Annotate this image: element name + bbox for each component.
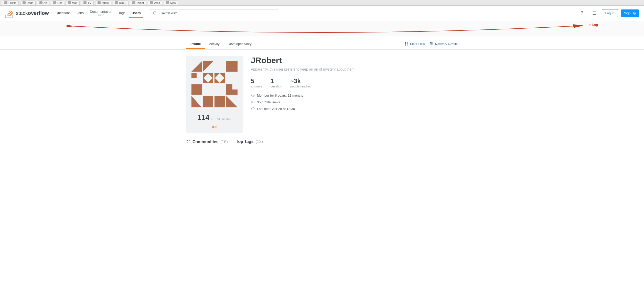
network-profile-icon <box>430 42 434 46</box>
avatar-card: 114 REPUTATION 6 <box>186 56 243 133</box>
network-profile-link[interactable]: Network Profile <box>430 42 458 46</box>
browser-tab-drl2[interactable]: DRL2 <box>113 1 128 5</box>
member-since-text: Member for 6 years, 11 months <box>257 94 303 97</box>
svg-rect-27 <box>203 84 213 95</box>
search-bar <box>150 9 278 17</box>
user-bio: Apparently, this user prefers to keep an… <box>251 67 458 71</box>
svg-rect-10 <box>430 43 431 44</box>
profile-views-text: 35 profile views <box>257 100 280 104</box>
bronze-dot <box>212 126 214 128</box>
user-name: JRobert <box>251 56 458 65</box>
browser-tab-bar: Profile Dogs Art Ref Map TV Audio DRL2 T… <box>0 0 644 6</box>
browser-tab-dogs[interactable]: Dogs <box>20 1 36 5</box>
communities-count: (16) <box>220 140 228 144</box>
tab-favicon <box>83 1 87 4</box>
svg-rect-12 <box>432 43 433 44</box>
svg-rect-44 <box>189 140 190 141</box>
communities-section: Communities (16) <box>186 139 228 148</box>
browser-tab-tablet[interactable]: Tablet <box>130 1 146 5</box>
svg-rect-28 <box>214 84 225 95</box>
main-navbar: stackoverflow Questions Jobs Documentati… <box>0 6 644 21</box>
stat-people-reached: ~3k people reached <box>290 77 312 88</box>
eye-icon <box>251 100 255 104</box>
people-reached-label: people reached <box>290 85 312 88</box>
log-in-button[interactable]: Log In <box>602 9 618 17</box>
top-tags-title: Top Tags (13) <box>236 139 263 144</box>
browser-tab-audio[interactable]: Audio <box>95 1 111 5</box>
hamburger-menu-button[interactable]: ☰ <box>590 9 599 18</box>
svg-rect-7 <box>430 42 431 43</box>
so-brand-logo[interactable]: stackoverflow <box>5 8 49 18</box>
browser-tab-mac[interactable]: Mac <box>164 1 178 5</box>
profile-tabs-row: Profile Activity Developer Story Meta Us… <box>186 36 458 49</box>
svg-rect-11 <box>431 43 432 44</box>
search-input[interactable] <box>150 9 278 17</box>
tab-favicon <box>39 1 42 4</box>
tab-developer-story[interactable]: Developer Story <box>224 39 256 49</box>
svg-rect-45 <box>187 142 188 143</box>
browser-tab-tv[interactable]: TV <box>81 1 93 5</box>
hamburger-icon: ☰ <box>592 10 596 16</box>
svg-marker-1 <box>571 25 578 27</box>
svg-marker-0 <box>67 25 74 27</box>
nav-jobs[interactable]: Jobs <box>74 9 86 18</box>
browser-tab-profile[interactable]: Profile <box>2 1 19 5</box>
tab-activity[interactable]: Activity <box>205 39 223 49</box>
tab-favicon <box>98 1 101 4</box>
communities-icon <box>186 139 190 144</box>
meta-user-label: Meta User <box>410 42 425 46</box>
svg-rect-43 <box>187 140 188 141</box>
tab-profile[interactable]: Profile <box>186 39 205 49</box>
member-since-row: Member for 6 years, 11 months <box>251 93 458 97</box>
svg-point-41 <box>252 102 253 103</box>
profile-views-row: 35 profile views <box>251 100 458 104</box>
svg-rect-17 <box>226 61 238 72</box>
sign-up-button[interactable]: Sign Up <box>621 9 639 17</box>
browser-tab-ref[interactable]: Ref <box>51 1 64 5</box>
beta-badge: BETA <box>98 14 104 16</box>
nav-actions: ? ☰ Log In Sign Up <box>577 9 639 18</box>
questions-number: 1 <box>271 77 274 85</box>
reputation-label: REPUTATION <box>211 117 232 120</box>
tab-favicon <box>150 1 153 4</box>
people-reached-number: ~3k <box>290 77 301 85</box>
nav-links: Questions Jobs Documentation BETA Tags U… <box>53 8 143 19</box>
search-icon <box>153 11 156 15</box>
last-seen-text: Last seen Apr 28 at 12:30 <box>257 107 295 111</box>
profile-sidebar: 114 REPUTATION 6 <box>186 56 243 133</box>
svg-rect-16 <box>214 61 225 72</box>
browser-tab-art[interactable]: Art <box>37 1 49 5</box>
tab-favicon <box>4 1 7 4</box>
meta-user-link[interactable]: Meta User <box>404 42 425 46</box>
reputation-number: 114 <box>197 114 209 122</box>
tab-favicon <box>166 1 169 4</box>
profile-tabs: Profile Activity Developer Story <box>186 39 256 49</box>
nav-users[interactable]: Users <box>129 9 143 18</box>
communities-title: Communities (16) <box>186 139 228 144</box>
badge-row: 6 <box>210 124 219 130</box>
stat-questions: 1 question <box>271 77 282 88</box>
svg-rect-4 <box>407 42 408 44</box>
tab-favicon <box>115 1 118 4</box>
last-seen-row: Last seen Apr 28 at 12:30 <box>251 107 458 111</box>
profile-body: 114 REPUTATION 6 JRobert Apparently, thi… <box>186 50 458 139</box>
bronze-count: 6 <box>216 125 217 129</box>
nav-tags[interactable]: Tags <box>116 9 128 18</box>
answers-label: answers <box>251 85 262 88</box>
top-tags-section: Top Tags (13) <box>236 139 263 148</box>
top-tags-count: (13) <box>256 139 263 144</box>
history-icon <box>251 107 255 111</box>
help-button[interactable]: ? <box>577 9 587 18</box>
browser-tab-area[interactable]: Area <box>148 1 162 5</box>
tab-favicon <box>68 1 71 4</box>
browser-tab-map[interactable]: Map <box>66 1 80 5</box>
svg-rect-8 <box>431 42 432 43</box>
meta-user-icon <box>404 42 409 46</box>
so-logo-graphic <box>5 8 14 18</box>
svg-rect-39 <box>232 84 238 89</box>
nav-questions[interactable]: Questions <box>53 9 73 18</box>
stat-answers: 5 answers <box>251 77 262 88</box>
nav-documentation[interactable]: Documentation BETA <box>87 8 115 19</box>
questions-label: question <box>271 85 282 88</box>
svg-rect-23 <box>226 73 238 83</box>
